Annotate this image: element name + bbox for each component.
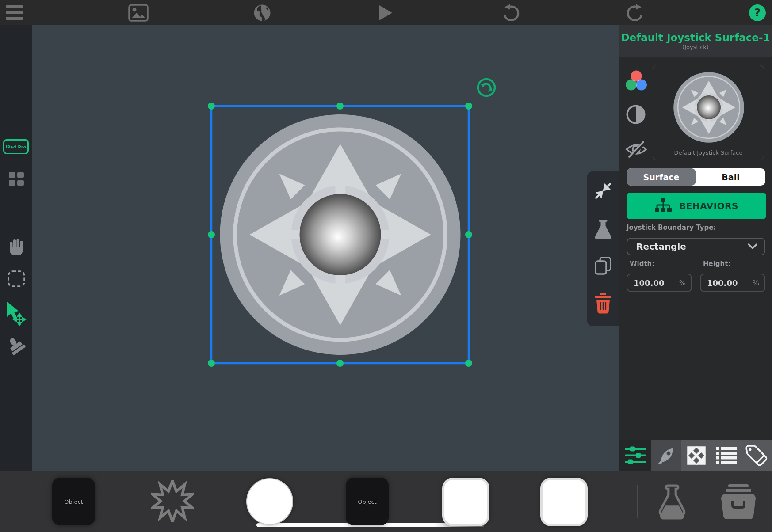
height-field[interactable]: 100.00 % — [700, 274, 765, 292]
behaviors-flowchart-icon — [654, 198, 672, 214]
undo-icon — [502, 4, 520, 22]
world-button[interactable] — [253, 0, 271, 25]
left-tool-sidebar: iPad Pro — [0, 25, 32, 471]
selected-object-type: (Joystick) — [619, 44, 772, 50]
selection-action-toolbar — [587, 171, 619, 326]
width-field[interactable]: 100.00 % — [627, 274, 692, 292]
library-storage-box-button[interactable] — [719, 484, 757, 521]
surface-ball-tabs: Surface Ball — [627, 168, 765, 186]
preview-caption: Default Joystick Surface — [653, 149, 764, 156]
object-thumb-label: Object — [64, 498, 83, 505]
storage-box-icon — [719, 484, 757, 520]
tab-surface[interactable]: Surface — [627, 168, 696, 186]
behaviors-label: BEHAVIORS — [679, 201, 738, 211]
device-label: iPad Pro — [5, 144, 26, 149]
inspector-panel: Default Joystick Surface-1 (Joystick) — [619, 25, 772, 471]
joystick-object[interactable] — [220, 114, 461, 355]
object-preview-card[interactable]: Default Joystick Surface — [653, 65, 764, 160]
move-tool-button[interactable] — [0, 302, 32, 326]
burst-star-icon — [151, 480, 194, 522]
canvas-overlay — [32, 25, 619, 471]
marquee-icon — [7, 270, 26, 288]
undo-button[interactable] — [502, 0, 520, 25]
library-item-object-2[interactable]: Object — [346, 478, 389, 525]
inspector-header: Default Joystick Surface-1 (Joystick) — [619, 25, 772, 57]
tab-physics[interactable] — [651, 440, 681, 471]
width-label: Width: — [630, 260, 654, 268]
grid-icon — [9, 172, 24, 186]
collapse-panel-button[interactable] — [587, 182, 619, 200]
help-icon: ? — [749, 4, 766, 21]
device-preset-button[interactable]: iPad Pro — [3, 139, 29, 154]
tab-transform[interactable] — [681, 440, 711, 471]
selected-object-title: Default Joystick Surface-1 — [619, 32, 772, 43]
boundary-type-select[interactable]: Rectangle — [627, 238, 765, 255]
play-button[interactable] — [378, 0, 393, 25]
library-item-circle[interactable] — [246, 478, 293, 525]
color-adjust-button[interactable] — [624, 70, 648, 95]
color-circles-icon — [624, 70, 648, 93]
inspector-bottom-tabbar — [619, 440, 772, 471]
contrast-button[interactable] — [626, 104, 646, 126]
expand-arrows-icon — [686, 445, 707, 466]
tab-tags[interactable] — [741, 440, 772, 471]
redo-icon — [626, 4, 644, 22]
hamburger-icon — [6, 5, 23, 8]
height-value: 100.00 — [707, 278, 753, 288]
library-item-burst[interactable] — [151, 480, 194, 524]
width-unit: % — [679, 279, 686, 287]
rocket-icon — [657, 446, 676, 465]
media-library-button[interactable] — [128, 0, 149, 25]
width-value: 100.00 — [634, 278, 679, 288]
scene-canvas[interactable] — [32, 25, 619, 471]
list-icon — [716, 447, 737, 464]
globe-icon — [253, 4, 271, 22]
pan-tool-button[interactable] — [0, 238, 32, 256]
behaviors-button[interactable]: BEHAVIORS — [627, 193, 766, 219]
stamp-icon — [6, 336, 27, 357]
library-test-flask-button[interactable] — [657, 484, 687, 522]
tab-list[interactable] — [711, 440, 741, 471]
library-item-square-2[interactable] — [540, 478, 588, 526]
scenes-grid-button[interactable] — [0, 172, 32, 186]
eye-slash-icon — [624, 139, 648, 160]
copy-icon — [594, 256, 612, 276]
object-thumb-label: Object — [358, 498, 376, 505]
flask-icon — [657, 484, 687, 521]
flask-icon — [593, 219, 613, 242]
chevron-down-icon — [748, 243, 757, 250]
redo-button[interactable] — [626, 0, 644, 25]
hand-icon — [7, 238, 26, 256]
marquee-select-tool-button[interactable] — [0, 270, 32, 288]
stamp-tool-button[interactable] — [0, 336, 32, 357]
tab-ball[interactable]: Ball — [696, 168, 765, 186]
test-flask-button[interactable] — [587, 219, 619, 242]
sliders-icon — [625, 445, 646, 466]
rotate-handle-icon[interactable] — [478, 79, 495, 96]
height-label: Height: — [703, 260, 730, 268]
height-unit: % — [753, 279, 759, 287]
help-button[interactable]: ? — [747, 0, 768, 25]
joystick-preview-image — [670, 68, 748, 146]
image-icon — [128, 4, 149, 22]
visibility-toggle-button[interactable] — [624, 139, 648, 162]
contrast-icon — [626, 104, 646, 125]
boundary-type-value: Rectangle — [636, 241, 748, 252]
duplicate-button[interactable] — [587, 256, 619, 276]
library-item-object-1[interactable]: Object — [52, 478, 95, 525]
object-library-bar: Object Object — [0, 471, 772, 532]
collapse-arrows-icon — [594, 182, 612, 200]
boundary-type-label: Joystick Boundary Type: — [627, 224, 716, 232]
tab-properties[interactable] — [619, 440, 651, 471]
library-divider — [637, 485, 638, 518]
trash-icon — [594, 293, 612, 314]
app-window: ? iPad Pro — [0, 0, 772, 532]
tags-icon — [745, 445, 768, 467]
top-toolbar: ? — [0, 0, 772, 25]
play-icon — [378, 4, 393, 21]
move-cursor-icon — [5, 302, 27, 326]
delete-button[interactable] — [587, 293, 619, 314]
menu-button[interactable] — [4, 0, 28, 25]
library-item-square-1[interactable] — [442, 478, 489, 526]
